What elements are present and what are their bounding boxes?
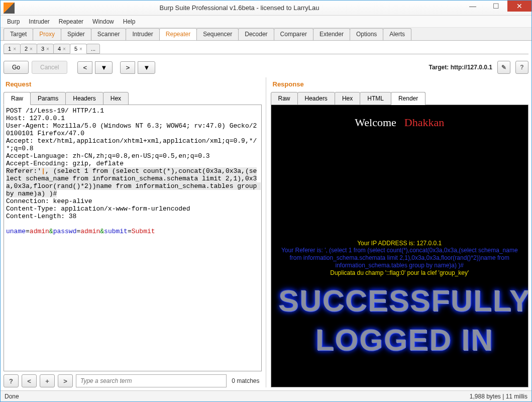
close-icon[interactable]: ×	[30, 46, 33, 52]
tab-target[interactable]: Target	[4, 28, 33, 40]
tab-decoder[interactable]: Decoder	[238, 28, 274, 40]
error-line: Duplicata du champ '::flag:0' pour la cl…	[271, 269, 528, 276]
status-right: 1,988 bytes | 11 millis	[470, 393, 527, 400]
window-title: Burp Suite Professional v1.6beta - licen…	[18, 4, 461, 12]
request-pane: Request Raw Params Headers Hex POST /1/L…	[4, 77, 262, 387]
close-icon[interactable]: ×	[46, 46, 49, 52]
success-banner-2: LOGGED IN	[276, 326, 528, 355]
response-tab-headers[interactable]: Headers	[297, 92, 335, 105]
menu-burp[interactable]: Burp	[4, 17, 23, 26]
search-input[interactable]	[76, 374, 227, 387]
app-icon	[4, 3, 15, 14]
response-title: Response	[271, 77, 529, 92]
response-tab-render[interactable]: Render	[391, 92, 425, 105]
tab-options[interactable]: Options	[350, 28, 383, 40]
minimize-button[interactable]: ―	[461, 1, 484, 12]
tab-comparer[interactable]: Comparer	[274, 28, 313, 40]
numtab-3[interactable]: 3×	[37, 44, 54, 54]
tab-repeater[interactable]: Repeater	[159, 28, 197, 40]
go-button[interactable]: Go	[4, 61, 29, 74]
titlebar: Burp Suite Professional v1.6beta - licen…	[1, 1, 531, 16]
target-label: Target: http://127.0.0.1	[429, 64, 493, 71]
close-icon[interactable]: ×	[79, 46, 82, 52]
close-icon[interactable]: ×	[63, 46, 66, 52]
main-tabs: Target Proxy Spider Scanner Intruder Rep…	[1, 28, 531, 41]
sub-tabs: 1× 2× 3× 4× 5× ...	[1, 41, 531, 54]
status-left: Done	[5, 393, 19, 400]
cancel-button[interactable]: Cancel	[32, 61, 67, 74]
tab-proxy[interactable]: Proxy	[33, 28, 61, 40]
response-pane: Response Raw Headers Hex HTML Render Wel…	[271, 77, 529, 387]
welcome-text: WelcomeDhakkan	[271, 105, 528, 129]
statusbar: Done 1,988 bytes | 11 millis	[1, 390, 531, 401]
tab-spider[interactable]: Spider	[61, 28, 91, 40]
tab-extender[interactable]: Extender	[313, 28, 350, 40]
success-banner-1: SUCCESSFULLY	[276, 286, 528, 316]
ip-line: Your IP ADDRESS is: 127.0.0.1	[271, 240, 528, 247]
referer-line: Your Referer is: ', (select 1 from (sele…	[271, 247, 528, 269]
search-next-button[interactable]: >	[58, 374, 73, 387]
numtab-2[interactable]: 2×	[20, 44, 37, 54]
app-window: Burp Suite Professional v1.6beta - licen…	[0, 0, 532, 402]
response-tab-raw[interactable]: Raw	[271, 92, 298, 105]
help-button[interactable]: ?	[515, 61, 528, 74]
numtab-more[interactable]: ...	[86, 44, 100, 54]
search-add-button[interactable]: +	[40, 374, 55, 387]
menu-repeater[interactable]: Repeater	[55, 17, 87, 26]
render-view[interactable]: WelcomeDhakkan Your IP ADDRESS is: 127.0…	[271, 105, 529, 387]
tab-alerts[interactable]: Alerts	[383, 28, 411, 40]
menu-intruder[interactable]: Intruder	[25, 17, 53, 26]
request-tab-raw[interactable]: Raw	[4, 92, 31, 105]
menu-window[interactable]: Window	[89, 17, 118, 26]
search-help-button[interactable]: ?	[4, 374, 19, 387]
matches-label: 0 matches	[230, 377, 261, 384]
request-tab-params[interactable]: Params	[30, 92, 66, 105]
numtab-1[interactable]: 1×	[4, 44, 21, 54]
close-button[interactable]: ✕	[507, 1, 531, 12]
next-menu-button[interactable]: ▼	[138, 61, 155, 74]
toolbar: Go Cancel <▼ >▼ Target: http://127.0.0.1…	[4, 57, 528, 77]
request-title: Request	[4, 77, 262, 92]
edit-target-button[interactable]: ✎	[497, 61, 510, 74]
content: Go Cancel <▼ >▼ Target: http://127.0.0.1…	[1, 54, 531, 390]
request-tab-hex[interactable]: Hex	[103, 92, 129, 105]
tab-intruder[interactable]: Intruder	[126, 28, 159, 40]
prev-menu-button[interactable]: ▼	[95, 61, 113, 74]
numtab-5[interactable]: 5×	[70, 44, 87, 54]
next-button[interactable]: >	[120, 61, 135, 74]
maximize-button[interactable]: ☐	[484, 1, 507, 12]
tab-sequencer[interactable]: Sequencer	[196, 28, 239, 40]
response-tab-hex[interactable]: Hex	[335, 92, 360, 105]
split-divider[interactable]	[265, 77, 268, 387]
numtab-4[interactable]: 4×	[53, 44, 70, 54]
search-prev-button[interactable]: <	[22, 374, 37, 387]
menubar: Burp Intruder Repeater Window Help	[1, 16, 531, 28]
request-tab-headers[interactable]: Headers	[65, 92, 103, 105]
response-tab-html[interactable]: HTML	[360, 92, 391, 105]
close-icon[interactable]: ×	[13, 46, 16, 52]
menu-help[interactable]: Help	[120, 17, 139, 26]
prev-button[interactable]: <	[77, 61, 92, 74]
request-editor[interactable]: POST /1/Less-19/ HTTP/1.1 Host: 127.0.0.…	[4, 105, 262, 371]
tab-scanner[interactable]: Scanner	[91, 28, 127, 40]
